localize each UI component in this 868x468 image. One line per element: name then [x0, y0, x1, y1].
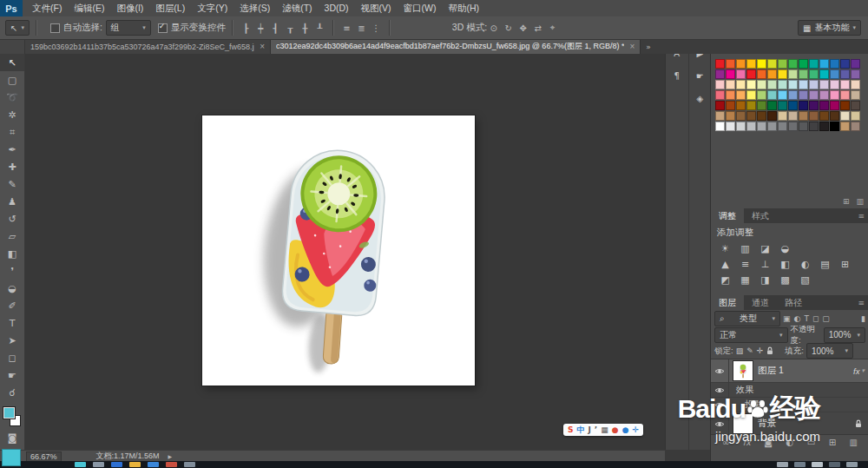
adjustments-panel-tab[interactable]: 样式 — [744, 208, 777, 223]
ime-icon[interactable]: ✛ — [633, 424, 640, 436]
adjustment-invert-icon[interactable]: ◩ — [715, 274, 735, 286]
taskbar-app-icon[interactable] — [2, 449, 21, 466]
taskbar-icon[interactable] — [148, 462, 159, 467]
adjustment-curves-icon[interactable]: ◪ — [755, 243, 775, 254]
taskbar-icon[interactable] — [129, 462, 141, 467]
color-swatch[interactable] — [809, 80, 819, 89]
status-menu-arrow-icon[interactable]: ▶ — [168, 453, 173, 459]
adjustment-gradient-map-icon[interactable]: ▩ — [775, 274, 795, 286]
gradient-tool[interactable]: ◧ — [0, 245, 24, 262]
adjustment-threshold-icon[interactable]: ◨ — [755, 274, 775, 286]
new-layer-button[interactable]: ⊞ — [829, 438, 836, 447]
color-swatch[interactable] — [840, 80, 850, 89]
color-swatch[interactable] — [767, 111, 777, 121]
color-swatch[interactable] — [819, 69, 829, 79]
color-swatch[interactable] — [830, 101, 839, 110]
adjustment-exposure-icon[interactable]: ◒ — [775, 243, 795, 254]
menu-item-4[interactable]: 文字(Y) — [191, 0, 233, 16]
layer-filter-icon[interactable]: ▣ — [783, 314, 791, 323]
color-swatch[interactable] — [830, 80, 839, 89]
marquee-tool[interactable]: ▢ — [0, 71, 24, 89]
adjustment-channel-mixer-icon[interactable]: ▤ — [815, 259, 835, 270]
path-selection-tool[interactable]: ➤ — [0, 332, 24, 349]
color-swatch[interactable] — [840, 69, 850, 79]
hand-tool[interactable]: ☛ — [0, 366, 24, 384]
fill-dropdown[interactable]: 100% ▾ — [806, 343, 853, 359]
color-swatch[interactable] — [851, 122, 860, 131]
color-swatch[interactable] — [715, 122, 725, 131]
document-tab[interactable]: c3012ea92dc4b309b6ae14ad4f9eacfbd1b87aef… — [271, 39, 641, 54]
layer-filter-icon[interactable]: ▢ — [822, 314, 830, 323]
color-swatch[interactable] — [840, 111, 850, 121]
color-swatch[interactable] — [715, 111, 725, 121]
adjustments-panel-tab[interactable]: 调整 — [711, 208, 744, 223]
color-swatch[interactable] — [851, 80, 860, 89]
menu-item-0[interactable]: 文件(F) — [26, 0, 68, 16]
new-swat​ch-icon[interactable]: ⊞ — [843, 197, 850, 206]
color-swatch[interactable] — [788, 59, 798, 69]
color-swatch[interactable] — [799, 111, 808, 121]
delete-layer-button[interactable]: ▥ — [850, 438, 858, 447]
taskbar-icon[interactable] — [75, 462, 86, 467]
color-swatch[interactable] — [726, 59, 735, 69]
layers-panel-tab[interactable]: 通道 — [744, 295, 777, 310]
dodge-tool[interactable]: ◒ — [0, 280, 24, 297]
history-brush-tool[interactable]: ↺ — [0, 210, 24, 227]
clone-stamp-tool[interactable]: ♟ — [0, 193, 24, 210]
color-swatch[interactable] — [840, 59, 850, 69]
color-swatch[interactable] — [788, 122, 798, 131]
canvas-area[interactable] — [24, 54, 665, 450]
menu-item-6[interactable]: 滤镜(T) — [276, 0, 318, 16]
3d-mode-icon[interactable]: ↻ — [502, 23, 515, 33]
brush-tool[interactable]: ✎ — [0, 175, 24, 193]
color-swatch[interactable] — [851, 101, 860, 110]
tray-icon[interactable] — [829, 462, 840, 467]
paragraph-panel-icon[interactable]: ¶ — [667, 67, 687, 84]
distribute-icon[interactable]: ⋮ — [370, 23, 383, 33]
color-swatch[interactable] — [830, 69, 839, 79]
layer-fx-badge[interactable]: fx ▾ — [853, 366, 865, 376]
adjustment-photo-filter-icon[interactable]: ◐ — [795, 259, 815, 270]
eyedropper-tool[interactable]: ✒ — [0, 141, 24, 158]
quick-mask-button[interactable]: ◙ — [0, 429, 24, 446]
color-swatch[interactable] — [767, 69, 777, 79]
eraser-tool[interactable]: ▱ — [0, 227, 24, 245]
opacity-dropdown[interactable]: 100% ▾ — [824, 327, 865, 343]
color-swatch[interactable] — [778, 101, 787, 110]
color-swatch[interactable] — [757, 90, 766, 100]
layer-filter-dropdown[interactable]: ⌕ 类型 ▾ — [714, 311, 780, 326]
color-swatch[interactable] — [809, 111, 819, 121]
color-swatch[interactable] — [809, 101, 819, 110]
layers-panel-tab[interactable]: 路径 — [777, 295, 810, 310]
adjustment-selective-color-icon[interactable]: ▧ — [795, 274, 815, 286]
zoom-level-field[interactable]: 66.67% — [26, 452, 62, 462]
color-swatch[interactable] — [715, 101, 725, 110]
layer-thumbnail[interactable] — [733, 360, 753, 381]
healing-brush-tool[interactable]: ✚ — [0, 158, 24, 175]
color-swatch[interactable] — [809, 69, 819, 79]
color-swatch[interactable] — [736, 59, 746, 69]
menu-item-5[interactable]: 选择(S) — [233, 0, 276, 16]
document-canvas[interactable] — [202, 115, 475, 386]
ime-icon[interactable]: ● — [612, 424, 619, 436]
color-swatch[interactable] — [851, 69, 860, 79]
color-swatch[interactable] — [726, 80, 735, 89]
color-swatch[interactable] — [767, 90, 777, 100]
taskbar-icon[interactable] — [184, 462, 195, 467]
taskbar-icon[interactable] — [166, 462, 177, 467]
color-swatch[interactable] — [736, 101, 746, 110]
panel-menu-icon[interactable]: ≡ — [858, 295, 868, 310]
color-swatch[interactable] — [778, 80, 787, 89]
color-swatch[interactable] — [819, 80, 829, 89]
zoom-tool[interactable]: ☌ — [0, 384, 24, 401]
color-swatch[interactable] — [736, 69, 746, 79]
align-icon[interactable]: ┠ — [240, 23, 253, 33]
ime-toolbar[interactable]: S中J’▦●●✛ — [563, 424, 643, 436]
color-swatch[interactable] — [799, 69, 808, 79]
workspace-switcher[interactable]: ▦ 基本功能 ▾ — [798, 20, 861, 36]
color-swatch[interactable] — [726, 101, 735, 110]
tray-icon[interactable] — [794, 462, 806, 467]
layer-name[interactable]: 图层 1 — [758, 365, 784, 377]
3d-mode-icon[interactable]: ⌖ — [546, 23, 559, 33]
adjustment-hue-saturation-icon[interactable]: ≡ — [735, 259, 755, 270]
